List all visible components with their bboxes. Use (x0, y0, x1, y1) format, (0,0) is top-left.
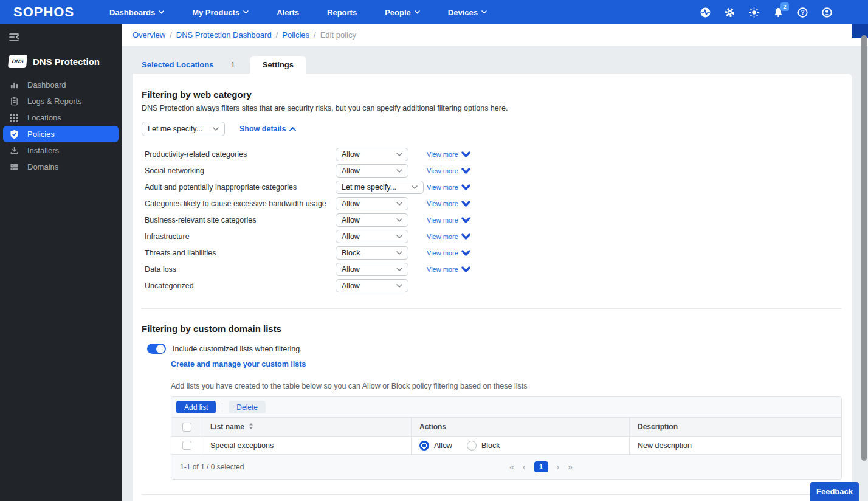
feedback-button[interactable]: Feedback (810, 482, 859, 501)
chevron-down-bold-icon (461, 233, 470, 240)
first-page-button[interactable]: « (509, 462, 514, 472)
menu-dashboards[interactable]: Dashboards (109, 8, 164, 17)
theme-sun-icon[interactable] (745, 4, 762, 21)
delete-button[interactable]: Delete (229, 401, 266, 413)
category-action-select[interactable]: Allow (336, 230, 408, 243)
table-toolbar: Add list Delete (171, 397, 841, 417)
menu-alerts[interactable]: Alerts (277, 8, 299, 17)
custom-lists-helper: Add lists you have created to the table … (171, 382, 842, 390)
view-more-link[interactable]: View more (427, 200, 470, 207)
filter-mode-select[interactable]: Let me specify... (142, 122, 225, 136)
chevron-down-icon (396, 202, 402, 206)
settings-gear-icon[interactable] (721, 4, 738, 21)
chevron-down-bold-icon (461, 151, 470, 157)
column-list-name[interactable]: List name (210, 423, 244, 431)
chevron-down-bold-icon (461, 201, 470, 207)
radio-allow[interactable]: Allow (419, 441, 452, 451)
tab-count-badge: 1 (230, 60, 235, 69)
show-details-link[interactable]: Show details (239, 125, 296, 133)
category-action-select[interactable]: Allow (336, 148, 408, 161)
category-action-select[interactable]: Allow (336, 213, 408, 227)
table-pagination: 1-1 of 1 / 0 selected « ‹ 1 › » (171, 454, 841, 479)
sidebar-item-dashboard[interactable]: Dashboard (3, 77, 119, 93)
svg-text:?: ? (801, 9, 804, 16)
category-row: Social networking Allow View more (142, 162, 842, 179)
tab-selected-locations[interactable]: Selected Locations 1 (131, 56, 246, 74)
breadcrumb: Overview / DNS Protection Dashboard / Po… (122, 24, 868, 46)
menu-devices[interactable]: Devices (448, 8, 487, 17)
chevron-down-bold-icon (461, 168, 470, 174)
web-category-description: DNS Protection always filters sites that… (142, 104, 842, 112)
grid-icon (9, 112, 19, 123)
notifications-bell-icon[interactable]: 2 (770, 4, 787, 21)
sidebar-item-locations[interactable]: Locations (3, 109, 119, 126)
prev-page-button[interactable]: ‹ (523, 462, 526, 472)
vertical-scrollbar[interactable] (861, 35, 867, 461)
category-action-select[interactable]: Allow (336, 197, 408, 210)
select-all-checkbox[interactable] (182, 423, 191, 432)
bar-chart-icon (9, 80, 19, 91)
description-value: New description (638, 441, 692, 450)
sort-icon[interactable] (249, 421, 253, 432)
include-custom-lists-label: Include customized lists when filtering. (173, 345, 302, 353)
sidebar-item-domains[interactable]: Domains (3, 159, 119, 175)
chevron-down-icon (159, 10, 164, 14)
sidebar-item-logs-reports[interactable]: Logs & Reports (3, 93, 119, 109)
view-more-link[interactable]: View more (427, 266, 470, 273)
manage-custom-lists-link[interactable]: Create and manage your custom lists (171, 360, 842, 368)
view-more-link[interactable]: View more (427, 167, 470, 174)
account-icon[interactable] (818, 4, 835, 21)
chevron-down-icon (396, 251, 402, 255)
chevron-down-icon (415, 10, 420, 14)
breadcrumb-link-overview[interactable]: Overview (133, 30, 165, 40)
view-more-link[interactable]: View more (427, 233, 470, 240)
breadcrumb-link-dns-dashboard[interactable]: DNS Protection Dashboard (176, 30, 272, 40)
sidebar-item-installers[interactable]: Installers (3, 142, 119, 159)
chevron-down-bold-icon (461, 266, 470, 272)
include-custom-lists-toggle[interactable] (147, 344, 166, 354)
download-icon (9, 145, 19, 156)
category-action-select[interactable]: Allow (336, 164, 408, 178)
chevron-down-bold-icon (461, 184, 470, 190)
sidebar-item-policies[interactable]: Policies (3, 126, 119, 142)
column-actions: Actions (419, 423, 446, 431)
chevron-down-icon (396, 169, 402, 173)
chevron-down-icon (412, 185, 418, 189)
main-menu: Dashboards My Products Alerts Reports Pe… (109, 8, 487, 17)
category-row: Threats and liabilities Block View more (142, 244, 842, 261)
sidebar: DNS DNS Protection Dashboard Logs & Repo… (0, 24, 122, 501)
table-row: Special exceptions Allow Block New descr… (171, 436, 841, 454)
row-checkbox[interactable] (182, 441, 191, 450)
radio-block[interactable]: Block (467, 441, 500, 451)
next-page-button[interactable]: › (557, 462, 560, 472)
menu-my-products[interactable]: My Products (192, 8, 249, 17)
page-number-button[interactable]: 1 (534, 461, 548, 472)
view-more-link[interactable]: View more (427, 249, 470, 257)
category-row: Business-relevant site categories Allow … (142, 212, 842, 228)
section-divider (142, 494, 842, 495)
toggle-knob (156, 345, 165, 353)
menu-reports[interactable]: Reports (327, 8, 357, 17)
category-action-select[interactable]: Allow (336, 263, 408, 276)
category-action-select[interactable]: Block (336, 246, 408, 260)
help-icon[interactable]: ? (794, 4, 811, 21)
category-row: Uncategorized Allow (142, 277, 842, 294)
category-row: Adult and potentially inappropriate cate… (142, 179, 842, 195)
category-action-select[interactable]: Let me specify... (336, 181, 424, 194)
global-status-icon[interactable] (697, 4, 714, 21)
menu-people[interactable]: People (385, 8, 420, 17)
view-more-link[interactable]: View more (427, 151, 470, 158)
add-list-button[interactable]: Add list (176, 401, 216, 413)
breadcrumb-link-policies[interactable]: Policies (282, 30, 309, 40)
category-action-select[interactable]: Allow (336, 279, 408, 292)
view-more-link[interactable]: View more (427, 184, 470, 191)
collapse-sidebar-icon[interactable] (9, 32, 20, 43)
view-more-link[interactable]: View more (427, 216, 470, 224)
sophos-logo[interactable]: SOPHOS (13, 4, 84, 20)
action-radio-group: Allow Block (419, 441, 500, 451)
tab-settings[interactable]: Settings (250, 56, 306, 74)
category-row: Categories likely to cause excessive ban… (142, 195, 842, 212)
tab-bar: Selected Locations 1 Settings (131, 56, 868, 74)
last-page-button[interactable]: » (568, 462, 573, 472)
category-row: Data loss Allow View more (142, 261, 842, 277)
